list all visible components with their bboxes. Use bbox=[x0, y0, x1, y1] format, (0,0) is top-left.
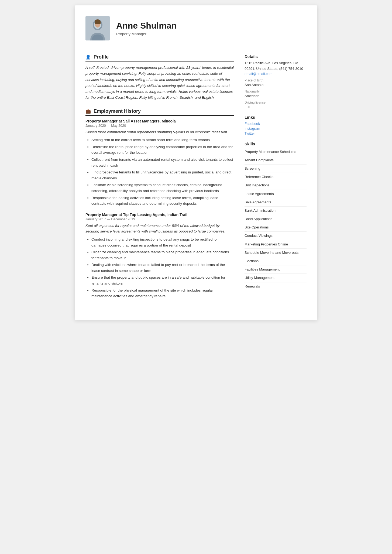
header-info: Anne Shulman Property Manager bbox=[116, 21, 177, 36]
list-item: Schedule Move-ins and Move-outs bbox=[245, 249, 307, 257]
avatar bbox=[85, 16, 110, 40]
details-title: Details bbox=[245, 54, 307, 59]
skills-list: Property Maintenance Schedules Tenant Co… bbox=[245, 148, 307, 290]
candidate-title: Property Manager bbox=[116, 32, 177, 36]
list-item: Renewals bbox=[245, 282, 307, 290]
list-item: Responsible for leasing activities inclu… bbox=[91, 195, 234, 207]
list-item: Twitter bbox=[245, 131, 307, 136]
list-item: Organize cleaning and maintenance teams … bbox=[91, 249, 234, 261]
profile-section-title: 👤 Profile bbox=[85, 54, 234, 61]
list-item: Conduct Viewings bbox=[245, 232, 307, 240]
nationality-label: Nationality bbox=[245, 90, 307, 93]
left-column: 👤 Profile A self-directed, driven proper… bbox=[85, 54, 234, 307]
links-section: Links Facebook Instagram Twitter bbox=[245, 115, 307, 136]
right-column: Details 1515 Pacific Ave, Los Angeles, C… bbox=[245, 54, 307, 307]
skills-section: Skills Property Maintenance Schedules Te… bbox=[245, 142, 307, 290]
list-item: Property Maintenance Schedules bbox=[245, 148, 307, 156]
list-item: Find prospective tenants to fill unit va… bbox=[91, 169, 234, 181]
list-item: Conduct incoming and exiting inspections… bbox=[91, 237, 234, 248]
list-item: Facilitate viable screening systems to c… bbox=[91, 182, 234, 194]
list-item: Lease Agreements bbox=[245, 190, 307, 198]
job-2: Property Manager at Tip Top Leasing Agen… bbox=[85, 213, 234, 299]
job-2-title: Property Manager at Tip Top Leasing Agen… bbox=[85, 213, 234, 217]
list-item: Reference Checks bbox=[245, 173, 307, 181]
links-title: Links bbox=[245, 115, 307, 119]
list-item: Sale Agreements bbox=[245, 198, 307, 207]
list-item: Determine the rental price range by anal… bbox=[91, 144, 234, 156]
job-1-title: Property Manager at Sail Asset Managers,… bbox=[85, 119, 234, 123]
details-address: 1515 Pacific Ave, Los Angeles, CA 90291,… bbox=[245, 60, 307, 72]
list-item: Instagram bbox=[245, 126, 307, 131]
candidate-name: Anne Shulman bbox=[116, 21, 177, 31]
employment-section-title: 💼 Employment History bbox=[85, 108, 234, 116]
driving-license-label: Driving license bbox=[245, 101, 307, 104]
job-2-bullets: Conduct incoming and exiting inspections… bbox=[85, 237, 234, 299]
list-item: Ensure that the property and public spac… bbox=[91, 275, 234, 286]
list-item: Screening bbox=[245, 165, 307, 173]
profile-icon: 👤 bbox=[85, 54, 91, 60]
profile-text: A self-directed, driven property managem… bbox=[85, 65, 234, 101]
list-item: Evictions bbox=[245, 257, 307, 265]
list-item: Utility Management bbox=[245, 274, 307, 282]
list-item: Marketing Properties Online bbox=[245, 240, 307, 249]
list-item: Facebook bbox=[245, 121, 307, 126]
instagram-link[interactable]: Instagram bbox=[245, 126, 260, 131]
list-item: Bond Applications bbox=[245, 215, 307, 223]
list-item: Dealing with evictions where tenants fai… bbox=[91, 262, 234, 273]
facebook-link[interactable]: Facebook bbox=[245, 122, 260, 126]
list-item: Collect rent from tenants via an automat… bbox=[91, 157, 234, 168]
list-item: Tenant Complaints bbox=[245, 156, 307, 165]
employment-icon: 💼 bbox=[85, 109, 91, 114]
details-section: Details 1515 Pacific Ave, Los Angeles, C… bbox=[245, 54, 307, 109]
twitter-link[interactable]: Twitter bbox=[245, 131, 255, 135]
employment-section: 💼 Employment History Property Manager at… bbox=[85, 108, 234, 299]
nationality-value: American bbox=[245, 94, 307, 98]
list-item: Unit Inspections bbox=[245, 181, 307, 190]
place-of-birth-value: San Antonio bbox=[245, 83, 307, 87]
job-2-description: Kept all expenses for repairs and mainte… bbox=[85, 223, 234, 234]
resume-container: Anne Shulman Property Manager 👤 Profile … bbox=[75, 5, 317, 320]
job-1-description: Closed three commercial rental agreement… bbox=[85, 129, 234, 135]
skills-title: Skills bbox=[245, 142, 307, 146]
svg-rect-5 bbox=[95, 22, 101, 24]
profile-section: 👤 Profile A self-directed, driven proper… bbox=[85, 54, 234, 101]
list-item: Setting rent at the correct level to att… bbox=[91, 137, 234, 143]
links-list: Facebook Instagram Twitter bbox=[245, 121, 307, 136]
place-of-birth-label: Place of birth bbox=[245, 78, 307, 82]
list-item: Responsible for the physical management … bbox=[91, 288, 234, 299]
job-2-dates: January 2017 — December 2019 bbox=[85, 217, 234, 221]
main-layout: 👤 Profile A self-directed, driven proper… bbox=[85, 54, 307, 307]
list-item: Bank Administration bbox=[245, 207, 307, 215]
job-1-bullets: Setting rent at the correct level to att… bbox=[85, 137, 234, 207]
header: Anne Shulman Property Manager bbox=[85, 16, 307, 46]
job-1: Property Manager at Sail Asset Managers,… bbox=[85, 119, 234, 207]
job-1-dates: January 2020 — May 2020 bbox=[85, 124, 234, 128]
list-item: Facilities Management bbox=[245, 265, 307, 274]
list-item: Site Operations bbox=[245, 223, 307, 232]
driving-license-value: Full bbox=[245, 105, 307, 109]
details-email[interactable]: email@email.com bbox=[245, 72, 307, 76]
